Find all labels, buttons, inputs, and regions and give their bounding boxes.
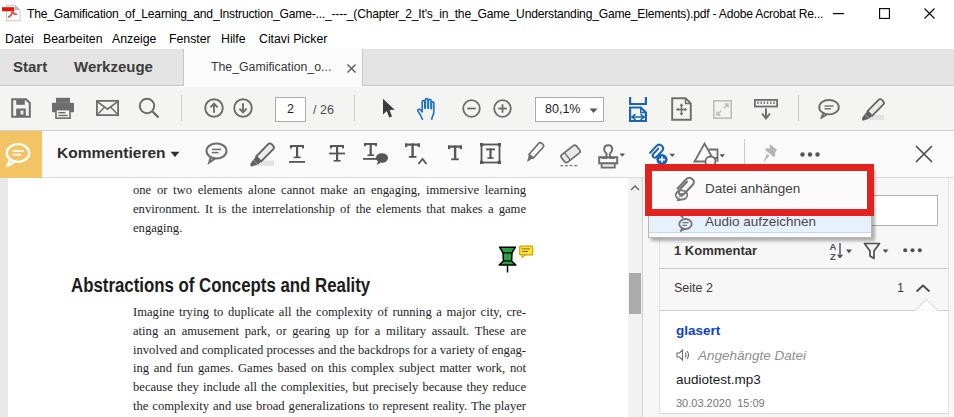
svg-text:Z: Z xyxy=(830,251,836,261)
